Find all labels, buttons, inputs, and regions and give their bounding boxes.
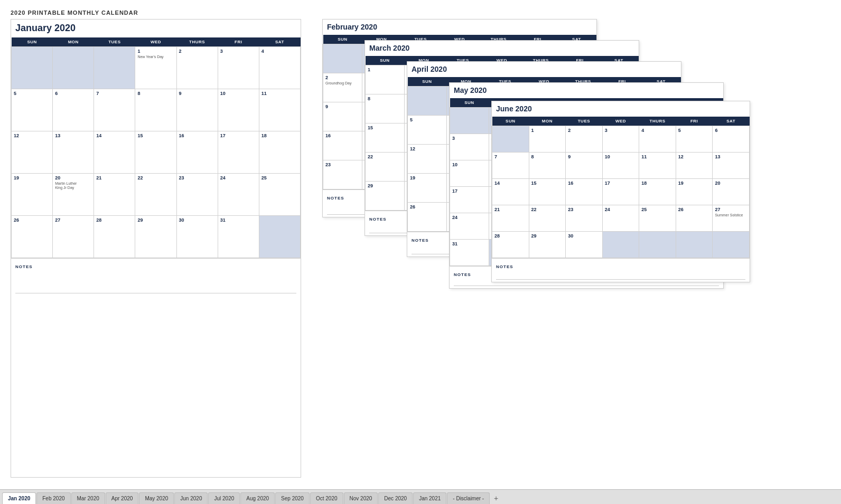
col-wed: WED (602, 117, 639, 126)
table-row: 18 (259, 131, 300, 174)
table-row: 2 (176, 47, 218, 89)
table-row (713, 232, 750, 258)
event-label: New Year's Day (137, 55, 174, 59)
notes-label: NOTES (327, 196, 344, 201)
table-row: 20Martin LutherKing Jr Day (53, 174, 94, 216)
col-tues: TUES (94, 37, 135, 47)
tab-jul-2020[interactable]: Jul 2020 (208, 492, 240, 504)
table-row: 23 (323, 160, 362, 189)
notes-label: NOTES (412, 238, 429, 243)
table-row: 18 (639, 179, 676, 205)
tab-jan-2021[interactable]: Jan 2021 (413, 492, 446, 504)
table-row: 29 (529, 232, 566, 258)
calendars-area: January 2020 SUN MON TUES WED THURS FRI … (11, 19, 830, 478)
table-row: 8 (529, 153, 566, 179)
tab-jan-2020[interactable]: Jan 2020 (2, 492, 36, 504)
table-row: 6 (53, 89, 94, 131)
table-row: 12 (12, 131, 53, 174)
table-row (12, 47, 53, 89)
col-sun: SUN (323, 35, 362, 44)
col-fri: FRI (676, 117, 713, 126)
table-row: 13 (53, 131, 94, 174)
january-header: January 2020 (11, 20, 301, 37)
table-row: 23 (176, 174, 218, 216)
tab-may-2020[interactable]: May 2020 (139, 492, 174, 504)
table-row: 16 (323, 131, 362, 160)
table-row: 4 (639, 126, 676, 153)
tab-nov-2020[interactable]: Nov 2020 (344, 492, 378, 504)
table-row: 22 (529, 205, 566, 232)
table-row: 17 (450, 187, 489, 213)
table-row: 29 (135, 216, 176, 258)
table-row: 21 (492, 205, 529, 232)
march-title: March 2020 (369, 44, 634, 52)
calendar-january: January 2020 SUN MON TUES WED THURS FRI … (11, 19, 301, 478)
col-thurs: THURS (639, 117, 676, 126)
col-sun: SUN (492, 117, 529, 126)
table-row: 22 (135, 174, 176, 216)
table-row: 11 (639, 153, 676, 179)
table-row (53, 47, 94, 89)
tab-sep-2020[interactable]: Sep 2020 (275, 492, 310, 504)
tab-feb-2020[interactable]: Feb 2020 (36, 492, 70, 504)
col-sat: SAT (713, 117, 750, 126)
tab-disclaimer[interactable]: - Disclaimer - (447, 492, 490, 504)
table-row: 29 (366, 182, 405, 211)
table-row: 2Groundhog Day (323, 73, 362, 102)
col-sun: SUN (366, 56, 405, 65)
page-title: 2020 PRINTABLE MONTHLY CALENDAR (11, 9, 830, 16)
table-row: 28 (492, 232, 529, 258)
tab-aug-2020[interactable]: Aug 2020 (240, 492, 275, 504)
february-title: February 2020 (327, 23, 592, 31)
notes-label: NOTES (496, 264, 513, 269)
notes-lines (496, 270, 745, 280)
june-notes: NOTES (492, 258, 750, 282)
col-wed: WED (135, 37, 176, 47)
table-row: 27 (53, 216, 94, 258)
table-row: 30 (566, 232, 603, 258)
table-row (94, 47, 135, 89)
table-row (259, 216, 300, 258)
table-row: 17 (602, 179, 639, 205)
table-row: 21 (94, 174, 135, 216)
calendar-june: June 2020 SUN MON TUES WED THURS FRI S (491, 101, 750, 282)
table-row: 2 (566, 126, 603, 153)
table-row: 25 (639, 205, 676, 232)
january-notes: NOTES (11, 258, 301, 296)
table-row: 3 (450, 134, 489, 160)
tab-jun-2020[interactable]: Jun 2020 (174, 492, 208, 504)
april-header: April 2020 (407, 62, 681, 77)
tab-apr-2020[interactable]: Apr 2020 (106, 492, 139, 504)
col-tues: TUES (566, 117, 603, 126)
table-row: 24 (218, 174, 259, 216)
table-row: 6 (713, 126, 750, 153)
table-row: 8 (366, 94, 405, 123)
calendars-stack: February 2020 SUN MON TUES WED THURS FRI (322, 19, 830, 478)
table-row: 22 (366, 153, 405, 182)
app-container: 2020 PRINTABLE MONTHLY CALENDAR January … (0, 0, 841, 504)
table-row: 19 (12, 174, 53, 216)
col-sat: SAT (259, 37, 300, 47)
table-row: 11 (259, 89, 300, 131)
table-row: 8 (135, 89, 176, 131)
tab-add-button[interactable]: + (490, 492, 502, 504)
june-title: June 2020 (496, 104, 745, 113)
table-row: 7 (492, 153, 529, 179)
table-row (450, 108, 489, 134)
table-row: 12 (676, 153, 713, 179)
april-title: April 2020 (412, 65, 677, 73)
march-header: March 2020 (365, 41, 639, 56)
col-sun: SUN (450, 98, 489, 108)
tab-mar-2020[interactable]: Mar 2020 (71, 492, 105, 504)
notes-label: NOTES (454, 272, 471, 277)
table-row: 27Summer Solstice (713, 205, 750, 232)
table-row: 9 (566, 153, 603, 179)
table-row: 28 (94, 216, 135, 258)
table-row: 31 (450, 240, 489, 266)
tab-dec-2020[interactable]: Dec 2020 (378, 492, 413, 504)
table-row: 12 (408, 145, 447, 174)
table-row: 17 (218, 131, 259, 174)
table-row: 5 (12, 89, 53, 131)
tab-oct-2020[interactable]: Oct 2020 (310, 492, 343, 504)
col-sun: SUN (408, 77, 447, 87)
